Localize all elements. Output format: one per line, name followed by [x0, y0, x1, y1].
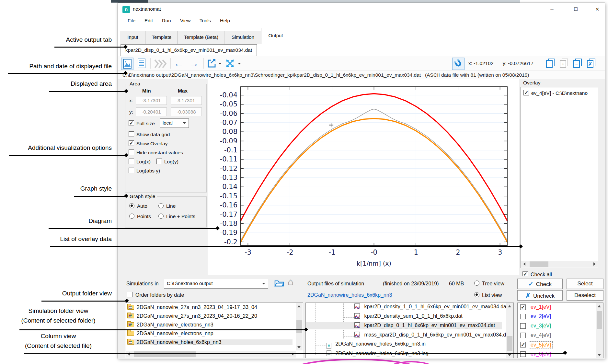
file-row[interactable]: n 2DGaN_nanowire_holes_6x6kp_nn3.in — [306, 341, 426, 349]
scale-select[interactable]: local — [160, 118, 189, 128]
menu-view[interactable]: View — [180, 18, 190, 23]
toolbar-separator — [170, 58, 171, 69]
folder-list-vscrollbar[interactable] — [296, 303, 303, 350]
hide-constant-checkbox[interactable] — [129, 149, 134, 155]
folder-row[interactable]: 2DGaN_nanowire_electrons_nn3 — [127, 322, 213, 328]
show-data-grid-checkbox[interactable] — [129, 131, 134, 137]
simulation-folder-link[interactable]: 2DGaN_nanowire_holes_6x6kp_nn3 — [307, 292, 392, 298]
annotation-active-output-tab: Active output tab — [0, 36, 112, 43]
folder-row[interactable]: 2DGaN_nanowire_electrons_nnp — [127, 331, 213, 336]
overlay-hscrollbar[interactable] — [521, 261, 598, 268]
file-row[interactable]: kpar2D_density_sum_1_0_1_hl_6x6kp.dat — [306, 313, 463, 320]
overlay-item-checkbox[interactable] — [523, 90, 529, 95]
overlay-item-label[interactable]: ev_4[eV] - C:\D\nextnano — [531, 90, 588, 96]
menu-edit[interactable]: Edit — [144, 18, 153, 23]
remove-view-button[interactable]: − — [573, 59, 583, 69]
check-button[interactable]: ✓Check — [517, 279, 563, 289]
forward-arrow-button[interactable]: → — [189, 58, 199, 69]
column-checkbox[interactable] — [520, 351, 526, 357]
maximize-button[interactable]: □ — [569, 3, 583, 15]
scrollbar-thumb[interactable] — [530, 261, 548, 267]
column-list-vscrollbar[interactable] — [596, 303, 603, 358]
log-abs-y-checkbox[interactable] — [129, 168, 134, 173]
close-view-button[interactable]: ✗ — [586, 59, 597, 69]
home-button[interactable]: ⌂ — [288, 276, 293, 287]
simulation-path-combo[interactable]: C:\D\nextnano output — [164, 279, 268, 289]
folder-list-hscrollbar[interactable] — [126, 351, 296, 358]
menu-file[interactable]: File — [128, 18, 135, 23]
scroll-down-icon[interactable] — [297, 346, 301, 348]
folder-row[interactable]: 2DGaN_nanowire_27s_nn3_2023_04_19-17_33_… — [127, 304, 257, 310]
graph-style-line-points-radio[interactable] — [158, 214, 164, 219]
uncheck-button[interactable]: ✗Uncheck — [517, 290, 563, 301]
graph-style-auto-radio[interactable] — [129, 203, 134, 208]
scroll-right-icon[interactable] — [593, 262, 596, 266]
scrollbar-thumb[interactable] — [296, 320, 302, 333]
column-checkbox[interactable] — [520, 314, 526, 319]
close-button[interactable]: × — [590, 3, 604, 15]
log-abs-y-label: Log(abs y) — [136, 168, 160, 174]
scrollbar-thumb[interactable] — [597, 311, 602, 329]
tab-template-beta[interactable]: Template (Beta) — [178, 31, 225, 44]
file-list-vscrollbar[interactable] — [506, 303, 513, 358]
list-view-radio[interactable] — [474, 292, 479, 297]
scroll-down-icon[interactable] — [508, 354, 511, 356]
select-button[interactable]: Select — [567, 279, 603, 289]
log-y-checkbox[interactable] — [156, 159, 162, 164]
scrollbar-thumb[interactable] — [134, 351, 196, 357]
column-label: ev_5[eV] — [529, 342, 552, 348]
tab-simulation[interactable]: Simulation — [225, 31, 261, 44]
y-max-field[interactable]: -0.03088 — [171, 107, 202, 116]
new-view-button[interactable] — [545, 59, 556, 69]
scroll-up-icon[interactable] — [508, 305, 511, 307]
show-text-button[interactable] — [136, 58, 148, 70]
minimize-button[interactable]: – — [545, 3, 559, 15]
export-button[interactable] — [207, 58, 222, 69]
scroll-left-icon[interactable] — [523, 262, 525, 266]
log-x-checkbox[interactable] — [129, 159, 134, 164]
open-folder-button[interactable] — [274, 278, 284, 289]
snap-cursor-button[interactable] — [452, 58, 465, 70]
column-checkbox[interactable] — [520, 323, 526, 329]
order-folders-checkbox[interactable] — [127, 292, 132, 297]
full-size-checkbox[interactable] — [129, 120, 134, 126]
tab-template[interactable]: Template — [146, 31, 178, 44]
file-row-selected[interactable]: kpar2D_disp_0_1_hl_6x6kp_ev_min001_ev_ma… — [306, 322, 502, 329]
column-checkbox[interactable] — [520, 342, 526, 347]
column-checkbox[interactable] — [520, 333, 526, 338]
annotation-diagram: Diagram — [0, 217, 112, 225]
scroll-down-icon[interactable] — [598, 354, 601, 356]
tab-output[interactable]: Output — [261, 28, 290, 44]
tree-view-radio[interactable] — [474, 281, 479, 286]
add-view-button[interactable]: + — [559, 59, 569, 69]
graph-style-points-radio[interactable] — [129, 214, 134, 219]
fit-to-window-button[interactable] — [225, 58, 241, 69]
svg-text:3: 3 — [498, 248, 502, 256]
scroll-up-icon[interactable] — [297, 305, 301, 307]
menu-help[interactable]: Help — [220, 18, 230, 23]
file-name: mass_kpar2D_disp_0_1_hl_6x6kp_ev_min001_… — [364, 332, 510, 337]
scrollbar-thumb[interactable] — [507, 336, 512, 351]
collapse-panels-button[interactable] — [153, 59, 168, 70]
x-min-field[interactable]: -3.17301 — [136, 96, 167, 105]
file-row[interactable]: mass_kpar2D_disp_0_1_hl_6x6kp_ev_min001_… — [306, 332, 510, 339]
folder-row[interactable]: 2DGaN_nanowire_27s_nn3_2023_04_20-16_22_… — [127, 313, 257, 319]
x-max-field[interactable]: 3.17301 — [171, 96, 202, 105]
menu-tools[interactable]: Tools — [200, 18, 211, 23]
column-checkbox[interactable] — [520, 304, 526, 310]
open-file-tab[interactable]: kpar2D_disp_0_1_hl_6x6kp_ev_min001_ev_ma… — [120, 44, 257, 56]
scroll-up-icon[interactable] — [598, 305, 601, 307]
y-min-field[interactable]: -0.20401 — [136, 107, 167, 116]
show-overlay-checkbox[interactable] — [129, 140, 134, 146]
back-arrow-button[interactable]: ← — [174, 58, 184, 69]
tab-input[interactable]: Input — [120, 31, 146, 44]
deselect-button[interactable]: Deselect — [567, 290, 603, 301]
menu-run[interactable]: Run — [162, 18, 171, 23]
expand-dropdown-caret[interactable] — [238, 63, 241, 64]
show-chart-button[interactable] — [121, 58, 133, 70]
folder-row-selected[interactable]: 2DGaN_nanowire_holes_6x6kp_nn3 — [127, 339, 293, 345]
graph-style-line-radio[interactable] — [158, 203, 164, 208]
file-path-row: C:\D\nextnano output\2DGaN_nanowire_hole… — [118, 71, 605, 79]
export-dropdown-caret[interactable] — [218, 63, 222, 64]
file-row[interactable]: kpar2D_density_1_0_1_hl_6x6kp_ev_min001_… — [306, 303, 508, 311]
